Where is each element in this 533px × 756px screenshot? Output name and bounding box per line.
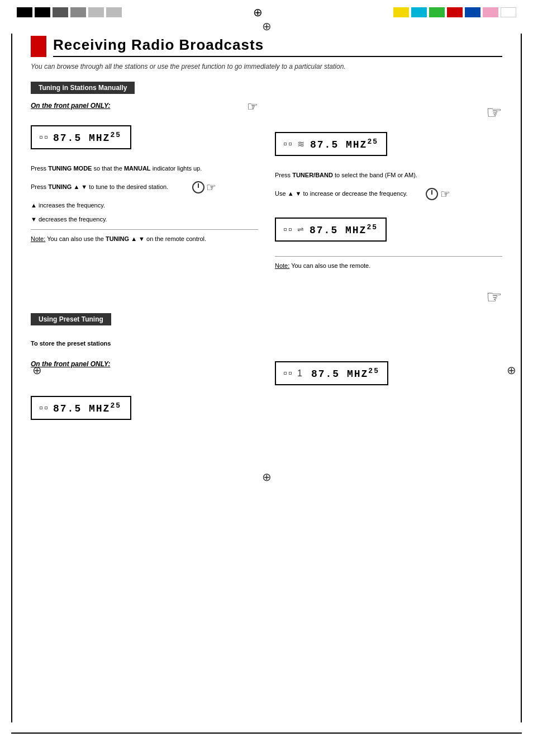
lcd-display-2-container: ≋ 87.5 MHZ25 bbox=[275, 126, 502, 162]
instr-note-remote: Note: You can also use the TUNING ▲ ▼ on… bbox=[31, 234, 258, 244]
lcd-display-4: 87.5 MHZ25 bbox=[31, 396, 131, 420]
subsection-label-tuning: Tuning in Stations Manually bbox=[31, 82, 135, 94]
lcd-dot-row-1 bbox=[40, 136, 47, 139]
bottom-center-crosshair: ⊕ bbox=[0, 470, 533, 484]
section-accent-square bbox=[31, 36, 46, 57]
lcd-dot-3 bbox=[284, 143, 287, 145]
top-center-crosshair: ⊕ bbox=[262, 20, 272, 33]
instr-down-decreases: ▼ decreases the frequency. bbox=[31, 215, 258, 225]
lcd-dots-4 bbox=[40, 407, 47, 409]
color-block-r1 bbox=[393, 7, 409, 17]
lcd-dot-6 bbox=[289, 228, 292, 231]
instr-note-remote-right: Note: You can also use the remote. bbox=[275, 261, 502, 271]
lcd-frequency-4: 87.5 MHZ25 bbox=[53, 401, 121, 414]
bottom-border bbox=[11, 733, 522, 734]
tuning-right-col: ☞ ≋ 87.5 MHZ25 Press TUNER/BAND bbox=[275, 102, 502, 275]
lcd-dot-9 bbox=[284, 372, 287, 375]
on-front-panel-preset: On the front panel ONLY: bbox=[31, 360, 258, 368]
lcd-frequency-3: 87.5 MHZ25 bbox=[310, 223, 378, 236]
lcd-dot-5 bbox=[284, 228, 287, 231]
color-block-r6 bbox=[483, 7, 498, 17]
lcd-dot-row-4 bbox=[40, 407, 47, 409]
store-preset-label: To store the preset stations bbox=[31, 339, 258, 349]
preset-number: 1 bbox=[297, 368, 302, 379]
lcd-display-1-container: 87.5 MHZ25 bbox=[31, 120, 258, 155]
right-border bbox=[521, 34, 522, 722]
left-separator bbox=[31, 229, 258, 230]
tuner-indicator-icon: ⇌ bbox=[297, 225, 304, 234]
hand-icon-1: ☞ bbox=[247, 100, 258, 114]
lcd-dot-1 bbox=[40, 136, 42, 139]
hand-cursor-bottom: ☞ bbox=[31, 286, 502, 308]
knob-icon-2 bbox=[426, 188, 438, 200]
color-block-2 bbox=[35, 7, 50, 17]
lcd-dot-2 bbox=[45, 136, 47, 139]
preset-columns: To store the preset stations On the fron… bbox=[31, 339, 502, 426]
bottom-crosshair-symbol: ⊕ bbox=[262, 471, 272, 483]
color-block-5 bbox=[88, 7, 104, 17]
lcd-dot-7 bbox=[40, 407, 42, 409]
instr-tuning-mode: Press TUNING MODE so that the MANUAL ind… bbox=[31, 164, 258, 174]
color-block-r2 bbox=[411, 7, 427, 17]
lcd-display-1: 87.5 MHZ25 bbox=[31, 125, 131, 149]
hand-icon-4: ☞ bbox=[440, 188, 450, 200]
subsection-label-preset: Using Preset Tuning bbox=[31, 313, 111, 325]
lcd-frequency-1: 87.5 MHZ25 bbox=[53, 131, 121, 144]
lcd-display-4-container: 87.5 MHZ25 bbox=[31, 390, 258, 426]
hand-cursor-top-right: ☞ bbox=[275, 102, 502, 123]
color-block-1 bbox=[17, 7, 32, 17]
top-center-reg: ⊕ bbox=[253, 6, 263, 19]
lcd-dots-5 bbox=[284, 372, 292, 375]
tuning-manual-columns: On the front panel ONLY: ☞ 87.5 MHZ25 bbox=[31, 102, 502, 275]
hand-icon-2: ☞ bbox=[206, 181, 216, 193]
main-content: Receiving Radio Broadcasts You can brows… bbox=[0, 25, 533, 459]
section-header: Receiving Radio Broadcasts bbox=[31, 36, 502, 57]
color-block-r7 bbox=[501, 7, 516, 17]
lcd-display-5: 1 87.5 MHZ25 bbox=[275, 361, 388, 385]
lcd-dots-2 bbox=[284, 143, 292, 145]
color-block-r3 bbox=[429, 7, 445, 17]
lcd-dots-3 bbox=[284, 228, 292, 231]
lcd-dot-row-5 bbox=[284, 372, 292, 375]
instr-up-increases: ▲ increases the frequency. bbox=[31, 201, 258, 211]
knob-icon-1 bbox=[192, 181, 204, 193]
preset-left-col: To store the preset stations On the fron… bbox=[31, 339, 258, 426]
on-front-panel-preset-label: On the front panel ONLY: bbox=[31, 360, 258, 368]
page-title: Receiving Radio Broadcasts bbox=[53, 36, 502, 57]
right-separator bbox=[275, 256, 502, 257]
lcd-frequency-2: 87.5 MHZ25 bbox=[310, 138, 378, 150]
color-block-r4 bbox=[447, 7, 463, 17]
lcd-dot-8 bbox=[45, 407, 47, 409]
instr-right-arrows: Use ▲ ▼ to increase or decrease the freq… bbox=[275, 185, 502, 203]
lcd-display-2: ≋ 87.5 MHZ25 bbox=[275, 132, 387, 156]
tuning-left-col: On the front panel ONLY: ☞ 87.5 MHZ25 bbox=[31, 102, 258, 275]
page-subtitle: You can browse through all the stations … bbox=[31, 63, 502, 70]
hand-icon-3: ☞ bbox=[486, 102, 502, 122]
color-block-3 bbox=[53, 7, 68, 17]
signal-bars-icon: ≋ bbox=[297, 139, 304, 149]
color-block-4 bbox=[70, 7, 86, 17]
left-border bbox=[11, 34, 12, 722]
instr-right-1: Press TUNER/BAND to select the band (FM … bbox=[275, 171, 502, 181]
lcd-dot-4 bbox=[289, 143, 292, 145]
hand-icon-5: ☞ bbox=[486, 287, 502, 307]
left-mid-crosshair: ⊕ bbox=[32, 363, 42, 377]
lcd-dots-1 bbox=[40, 136, 47, 139]
color-block-r5 bbox=[465, 7, 480, 17]
lcd-dot-row-2 bbox=[284, 143, 292, 145]
lcd-frequency-5: 87.5 MHZ25 bbox=[311, 367, 379, 380]
color-block-6 bbox=[106, 7, 122, 17]
top-bar-left-blocks bbox=[17, 7, 122, 17]
preset-right-col: 1 87.5 MHZ25 bbox=[275, 339, 502, 426]
top-bar-right-blocks bbox=[393, 7, 516, 17]
lcd-display-3: ⇌ 87.5 MHZ25 bbox=[275, 218, 387, 242]
lcd-dot-row-3 bbox=[284, 228, 292, 231]
instr-tuning-arrows: Press TUNING ▲ ▼ to tune to the desired … bbox=[31, 178, 258, 196]
right-mid-crosshair: ⊕ bbox=[507, 363, 516, 377]
lcd-display-3-container: ⇌ 87.5 MHZ25 bbox=[275, 212, 502, 247]
lcd-dot-10 bbox=[289, 372, 292, 375]
lcd-display-5-container: 1 87.5 MHZ25 bbox=[275, 356, 502, 391]
